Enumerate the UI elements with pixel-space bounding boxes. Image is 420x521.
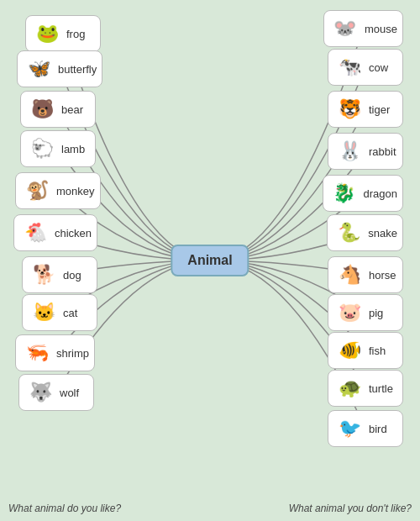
animal-card-monkey: 🐒 monkey — [15, 172, 101, 209]
fish-icon: 🐠 — [333, 334, 365, 366]
monkey-label: monkey — [56, 185, 95, 197]
animal-card-horse: 🐴 horse — [328, 256, 403, 293]
animal-card-wolf: 🐺 wolf — [18, 374, 94, 411]
mouse-label: mouse — [365, 23, 397, 35]
dog-label: dog — [63, 269, 81, 282]
animal-card-fish: 🐠 fish — [328, 332, 403, 369]
cow-icon: 🐄 — [333, 51, 365, 83]
turtle-label: turtle — [369, 382, 393, 395]
animal-card-bird: 🐦 bird — [328, 410, 403, 447]
pig-label: pig — [369, 307, 383, 319]
tiger-label: tiger — [369, 103, 390, 116]
snake-label: snake — [368, 227, 397, 239]
animal-card-frog: 🐸 frog — [25, 15, 101, 52]
shrimp-icon: 🦐 — [21, 337, 53, 369]
cat-label: cat — [63, 307, 77, 319]
snake-icon: 🐍 — [333, 217, 365, 249]
chicken-label: chicken — [55, 227, 92, 239]
shrimp-label: shrimp — [56, 347, 89, 360]
frog-icon: 🐸 — [31, 18, 63, 50]
fish-label: fish — [369, 345, 386, 357]
wolf-icon: 🐺 — [24, 376, 56, 408]
frog-label: frog — [66, 28, 85, 40]
animal-card-snake: 🐍 snake — [327, 214, 403, 251]
animal-card-mouse: 🐭 mouse — [323, 10, 403, 47]
animal-card-lamb: 🐑 lamb — [20, 130, 96, 167]
animal-card-dog: 🐕 dog — [22, 256, 97, 293]
turtle-icon: 🐢 — [333, 372, 365, 404]
pig-icon: 🐷 — [333, 297, 365, 329]
chicken-icon: 🐔 — [19, 217, 51, 249]
tiger-icon: 🐯 — [333, 93, 365, 125]
bird-label: bird — [369, 423, 387, 435]
rabbit-icon: 🐰 — [333, 135, 365, 167]
mouse-icon: 🐭 — [329, 13, 361, 45]
butterfly-icon: 🦋 — [23, 53, 55, 85]
rabbit-label: rabbit — [369, 145, 396, 158]
animal-card-bear: 🐻 bear — [20, 91, 96, 128]
center-node: Animal — [171, 245, 249, 276]
animal-card-pig: 🐷 pig — [328, 294, 403, 331]
dragon-icon: 🐉 — [328, 177, 360, 209]
animal-card-tiger: 🐯 tiger — [328, 91, 403, 128]
lamb-icon: 🐑 — [26, 133, 58, 165]
animal-card-turtle: 🐢 turtle — [328, 370, 403, 407]
animal-card-butterfly: 🦋 butterfly — [17, 50, 102, 87]
animal-card-dragon: 🐉 dragon — [323, 175, 403, 212]
butterfly-label: butterfly — [58, 63, 97, 76]
cow-label: cow — [369, 61, 388, 74]
dog-icon: 🐕 — [28, 259, 60, 291]
bear-label: bear — [61, 103, 83, 116]
center-label: Animal — [187, 253, 232, 267]
bird-icon: 🐦 — [333, 413, 365, 445]
animal-card-chicken: 🐔 chicken — [13, 214, 97, 251]
wolf-label: wolf — [60, 387, 79, 399]
animal-card-rabbit: 🐰 rabbit — [328, 133, 403, 170]
animal-card-cat: 🐱 cat — [22, 294, 97, 331]
horse-label: horse — [369, 269, 396, 282]
bear-icon: 🐻 — [26, 93, 58, 125]
monkey-icon: 🐒 — [21, 175, 53, 207]
lamb-label: lamb — [61, 143, 85, 155]
cat-icon: 🐱 — [28, 297, 60, 329]
horse-icon: 🐴 — [333, 259, 365, 291]
animal-card-cow: 🐄 cow — [328, 49, 403, 86]
dragon-label: dragon — [364, 187, 397, 200]
animal-card-shrimp: 🦐 shrimp — [15, 334, 95, 371]
